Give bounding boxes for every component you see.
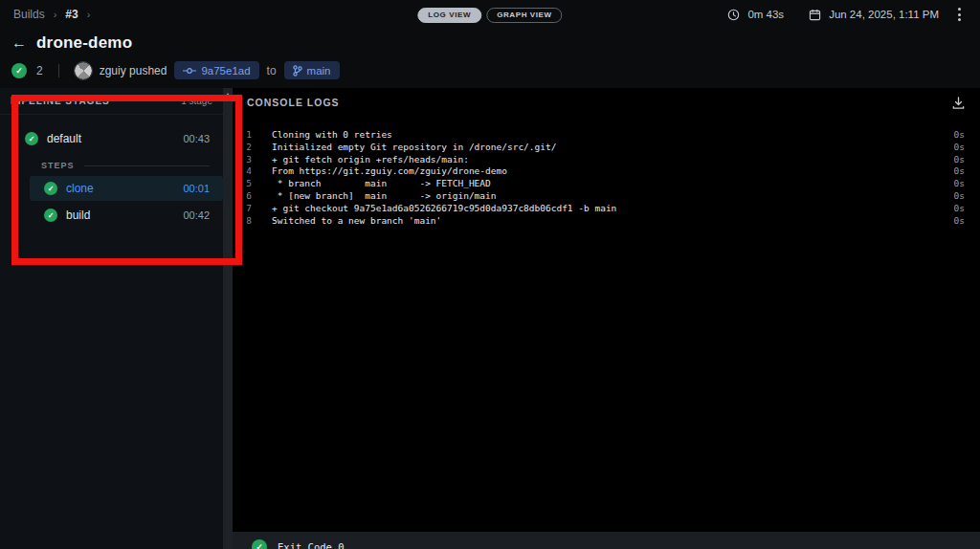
- chevron-right-icon: ›: [54, 9, 57, 20]
- breadcrumb: Builds › #3 ›: [13, 8, 90, 21]
- log-line: 1Cloning with 0 retries0s: [242, 129, 965, 142]
- calendar-icon: [809, 9, 821, 21]
- back-arrow-icon[interactable]: ←: [11, 35, 27, 51]
- step-duration: 00:01: [183, 183, 210, 194]
- pipeline-stages-title: PIPELINE STAGES: [11, 96, 110, 106]
- stage-duration: 00:43: [183, 133, 210, 144]
- commit-sha: 9a75e1ad: [201, 65, 250, 77]
- branch-name: main: [307, 65, 331, 77]
- breadcrumb-builds[interactable]: Builds: [13, 8, 45, 21]
- top-header: Builds › #3 › LOG VIEW GRAPH VIEW 0m 43s…: [0, 0, 980, 88]
- build-duration: 0m 43s: [747, 9, 784, 20]
- push-description: zguiy pushed: [100, 64, 167, 77]
- chevron-right-icon: ›: [87, 9, 91, 20]
- to-label: to: [267, 64, 277, 77]
- page-title: drone-demo: [36, 33, 132, 53]
- log-line: 2Initialized empty Git repository in /dr…: [242, 142, 965, 154]
- log-output[interactable]: 1Cloning with 0 retries0s 2Initialized e…: [233, 117, 980, 227]
- build-success-icon: ✓: [11, 63, 27, 78]
- step-duration: 00:42: [183, 209, 210, 221]
- more-options-icon[interactable]: [952, 6, 967, 23]
- build-date: Jun 24, 2025, 1:11 PM: [829, 9, 939, 20]
- stage-count: 1 stage: [181, 96, 212, 106]
- step-name: build: [66, 209, 90, 222]
- commit-badge[interactable]: 9a75e1ad: [174, 61, 258, 79]
- console-logs-panel: CONSOLE LOGS 1Cloning with 0 retries0s 2…: [233, 88, 980, 549]
- step-row-build[interactable]: ✓ build 00:42: [30, 203, 223, 228]
- commit-icon: [183, 67, 196, 75]
- git-branch-icon: [293, 65, 302, 77]
- log-line: 4From https://git.zguiy.com/zguiy/drone-…: [242, 165, 965, 178]
- step-row-clone[interactable]: ✓ clone 00:01: [30, 176, 223, 201]
- steps-label: STEPS: [41, 161, 75, 170]
- divider: [58, 64, 59, 77]
- log-view-button[interactable]: LOG VIEW: [417, 8, 481, 23]
- clock-icon: [727, 9, 740, 21]
- sidebar-scrollbar[interactable]: [223, 88, 233, 549]
- stage-success-icon: ✓: [25, 132, 38, 145]
- download-logs-icon[interactable]: [951, 96, 966, 110]
- branch-badge[interactable]: main: [284, 61, 340, 79]
- step-name: clone: [66, 182, 94, 195]
- build-number: 2: [36, 64, 43, 77]
- step-success-icon: ✓: [44, 182, 57, 195]
- console-logs-title: CONSOLE LOGS: [247, 97, 340, 108]
- stage-row-default[interactable]: ✓ default 00:43: [0, 126, 223, 151]
- pipeline-stages-panel: PIPELINE STAGES 1 stage ✓ default 00:43 …: [0, 88, 223, 549]
- exit-status-bar: ✓ Exit Code 0: [233, 532, 980, 549]
- view-toggle: LOG VIEW GRAPH VIEW: [417, 8, 562, 23]
- exit-success-icon: ✓: [252, 539, 267, 549]
- avatar: [75, 62, 92, 79]
- log-line: 7+ git checkout 9a75e1ad6a0526266719c95d…: [242, 203, 965, 215]
- divider: [84, 165, 210, 166]
- log-line: 6 * [new branch] main -> origin/main0s: [242, 190, 965, 203]
- exit-code-text: Exit Code 0: [278, 539, 345, 549]
- stage-name: default: [47, 132, 81, 145]
- log-line: 5 * branch main -> FETCH_HEAD0s: [242, 178, 965, 190]
- breadcrumb-build-number[interactable]: #3: [65, 8, 78, 21]
- scroll-up-arrow-icon[interactable]: [224, 93, 232, 99]
- step-success-icon: ✓: [44, 209, 57, 222]
- graph-view-button[interactable]: GRAPH VIEW: [486, 8, 563, 23]
- log-line: 3+ git fetch origin +refs/heads/main:0s: [242, 154, 965, 166]
- log-line: 8Switched to a new branch 'main'0s: [242, 215, 965, 228]
